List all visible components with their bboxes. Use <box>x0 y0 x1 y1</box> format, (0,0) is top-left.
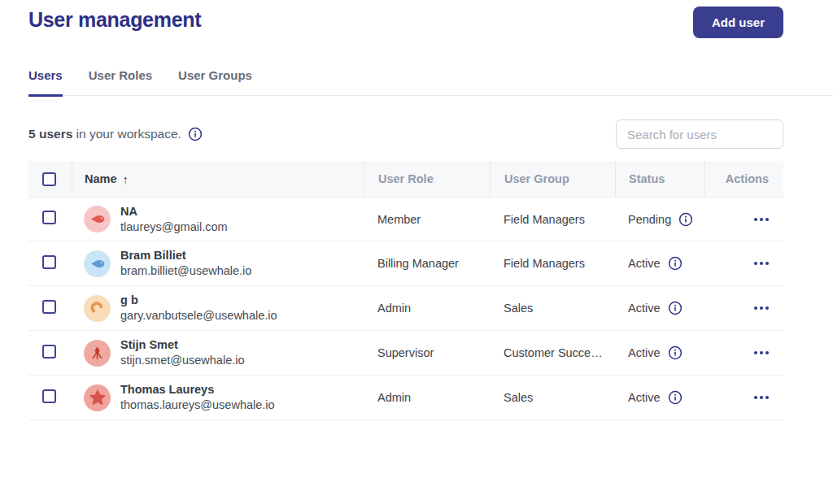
search-input[interactable] <box>616 119 783 149</box>
row-checkbox[interactable] <box>42 255 56 269</box>
user-group: Field Managers <box>504 257 585 270</box>
status-label: Active <box>628 257 661 270</box>
user-role: Member <box>377 213 421 226</box>
status-label: Active <box>628 346 661 359</box>
user-email: bram.billiet@usewhale.io <box>120 263 251 279</box>
user-name: NA <box>120 204 228 219</box>
fish-avatar-icon <box>84 250 111 277</box>
user-role: Supervisor <box>377 346 434 359</box>
row-actions-ellipsis-icon[interactable] <box>754 306 769 310</box>
row-actions-ellipsis-icon[interactable] <box>754 396 769 399</box>
table-row: Bram Billiet bram.billiet@usewhale.io Bi… <box>28 241 783 286</box>
status-info-icon[interactable] <box>668 256 683 271</box>
table-header: Name ↑ User Role User Group Status Actio… <box>28 161 783 197</box>
summary-row: 5 users in your workspace. <box>28 119 783 149</box>
workspace-summary: 5 users in your workspace. <box>28 127 203 141</box>
row-actions-ellipsis-icon[interactable] <box>754 218 769 221</box>
table-row: g b gary.vanbutsele@usewhale.io Admin Sa… <box>28 286 783 331</box>
user-role: Admin <box>377 302 411 315</box>
status-info-icon[interactable] <box>668 345 683 360</box>
page-header: User management Add user <box>28 7 783 38</box>
status-label: Active <box>628 391 661 404</box>
shrimp-avatar-icon <box>84 295 111 322</box>
user-email: tlaureys@gmail.com <box>120 219 228 235</box>
row-checkbox[interactable] <box>42 389 56 403</box>
row-checkbox[interactable] <box>42 345 56 358</box>
status-info-icon[interactable] <box>678 212 693 227</box>
summary-text: in your workspace. <box>76 127 181 141</box>
user-name: Bram Billiet <box>120 248 251 263</box>
row-checkbox[interactable] <box>42 300 56 314</box>
column-header-actions: Actions <box>726 172 769 185</box>
user-group: Field Managers <box>504 213 585 226</box>
status-label: Active <box>628 302 661 315</box>
user-group: Sales <box>504 302 533 315</box>
row-actions-ellipsis-icon[interactable] <box>754 262 769 265</box>
user-role: Billing Manager <box>377 257 459 270</box>
sort-asc-icon[interactable]: ↑ <box>123 172 129 186</box>
user-name: Stijn Smet <box>120 337 245 353</box>
add-user-button[interactable]: Add user <box>693 7 783 38</box>
table-row: NA tlaureys@gmail.com Member Field Manag… <box>28 197 783 241</box>
table-row: Stijn Smet stijn.smet@usewhale.io Superv… <box>28 331 783 376</box>
row-actions-ellipsis-icon[interactable] <box>754 351 769 354</box>
user-group: Customer Succe… <box>504 346 603 359</box>
status-info-icon[interactable] <box>668 390 683 405</box>
tab-user-groups[interactable]: User Groups <box>178 68 252 95</box>
tab-user-roles[interactable]: User Roles <box>89 68 152 95</box>
user-role: Admin <box>377 391 411 404</box>
user-count: 5 users <box>28 127 72 141</box>
user-email: stijn.smet@usewhale.io <box>120 353 245 368</box>
tab-users[interactable]: Users <box>28 68 63 97</box>
fish-avatar-icon <box>84 206 111 232</box>
info-icon[interactable] <box>188 127 203 141</box>
users-table: Name ↑ User Role User Group Status Actio… <box>28 161 783 420</box>
starfish-avatar-icon <box>84 385 111 411</box>
user-email: thomas.laureys@usewhale.io <box>120 398 275 413</box>
select-all-checkbox[interactable] <box>42 172 56 186</box>
status-label: Pending <box>628 213 671 226</box>
column-header-name[interactable]: Name <box>85 172 117 185</box>
column-header-user-group[interactable]: User Group <box>504 172 569 185</box>
page-title: User management <box>28 7 201 32</box>
tab-bar: Users User Roles User Groups <box>28 68 833 96</box>
user-name: g b <box>120 293 277 308</box>
user-group: Sales <box>504 391 533 404</box>
table-body: NA tlaureys@gmail.com Member Field Manag… <box>28 197 783 420</box>
status-info-icon[interactable] <box>668 301 683 315</box>
user-email: gary.vanbutsele@usewhale.io <box>120 308 277 324</box>
row-checkbox[interactable] <box>42 211 56 224</box>
column-header-user-role[interactable]: User Role <box>378 172 434 185</box>
user-name: Thomas Laureys <box>120 382 275 398</box>
squid-avatar-icon <box>84 340 111 367</box>
table-row: Thomas Laureys thomas.laureys@usewhale.i… <box>28 376 783 420</box>
column-header-status[interactable]: Status <box>629 172 665 185</box>
